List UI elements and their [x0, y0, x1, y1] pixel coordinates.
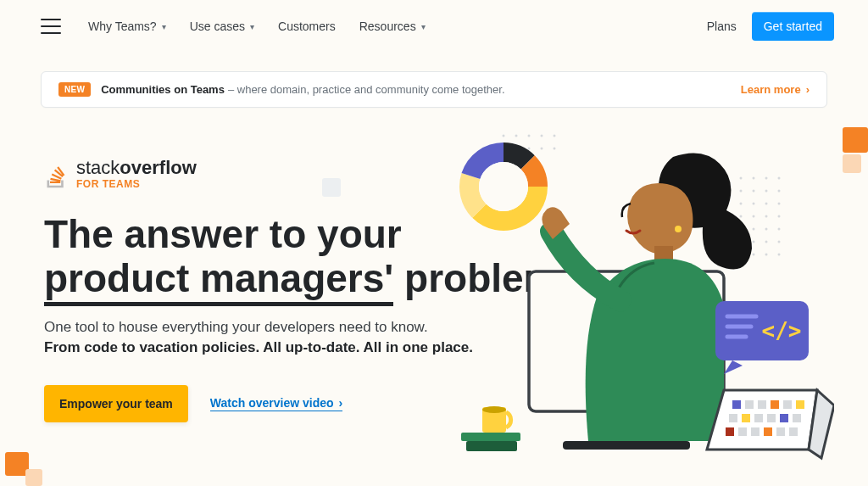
- nav-label: Why Teams?: [88, 20, 157, 33]
- nav-label: Resources: [359, 20, 416, 33]
- announcement-banner: NEW Communities on Teams – where domain,…: [41, 71, 827, 108]
- empower-team-button[interactable]: Empower your team: [44, 385, 188, 422]
- svg-rect-63: [738, 427, 747, 436]
- svg-rect-66: [776, 427, 785, 436]
- learn-more-label: Learn more: [741, 83, 801, 96]
- product-logo: stackoverflow FOR TEAMS: [44, 159, 868, 189]
- hero-actions: Empower your team Watch overview video ›: [44, 385, 868, 422]
- svg-rect-64: [751, 427, 760, 436]
- get-started-button[interactable]: Get started: [752, 12, 834, 41]
- primary-nav: Why Teams? ▾ Use cases ▾ Customers Resou…: [88, 20, 426, 33]
- decorative-square: [843, 154, 861, 173]
- hero-headline: The answer to your product managers' pro…: [44, 213, 587, 300]
- decorative-square: [322, 178, 341, 197]
- nav-item-why-teams[interactable]: Why Teams? ▾: [88, 20, 166, 33]
- hero-subtext-1: One tool to house everything your develo…: [44, 319, 868, 336]
- nav-item-customers[interactable]: Customers: [278, 20, 336, 33]
- menu-icon[interactable]: [41, 19, 61, 34]
- chevron-down-icon: ▾: [250, 22, 254, 31]
- chevron-down-icon: ▾: [162, 22, 166, 31]
- hero-subtext-2: From code to vacation policies. All up-t…: [44, 339, 868, 356]
- banner-title: Communities on Teams: [101, 83, 225, 96]
- watch-video-link[interactable]: Watch overview video ›: [210, 396, 342, 411]
- watch-video-label: Watch overview video: [210, 396, 334, 410]
- chevron-right-icon: ›: [806, 83, 810, 96]
- nav-label: Use cases: [190, 20, 245, 33]
- learn-more-link[interactable]: Learn more ›: [741, 83, 810, 96]
- hero-section: stackoverflow FOR TEAMS The answer to yo…: [0, 108, 868, 422]
- nav-item-resources[interactable]: Resources ▾: [359, 20, 426, 33]
- nav-label: Customers: [278, 20, 336, 33]
- topbar: Why Teams? ▾ Use cases ▾ Customers Resou…: [0, 0, 868, 53]
- stackoverflow-icon: [44, 165, 68, 189]
- new-badge: NEW: [58, 82, 91, 97]
- logo-subtitle: FOR TEAMS: [76, 179, 197, 189]
- svg-rect-65: [764, 427, 772, 436]
- svg-rect-67: [789, 427, 798, 436]
- banner-subtitle: – where domain, practice and community c…: [228, 83, 505, 96]
- svg-rect-62: [726, 427, 734, 436]
- chevron-right-icon: ›: [339, 396, 343, 410]
- decorative-square: [25, 469, 42, 486]
- chevron-down-icon: ▾: [421, 22, 426, 31]
- nav-item-use-cases[interactable]: Use cases ▾: [190, 20, 254, 33]
- logo-wordmark: stackoverflow: [76, 159, 197, 177]
- svg-rect-40: [563, 441, 690, 450]
- svg-rect-69: [466, 441, 517, 451]
- decorative-square: [843, 127, 868, 153]
- svg-rect-68: [461, 433, 520, 441]
- plans-link[interactable]: Plans: [707, 20, 737, 33]
